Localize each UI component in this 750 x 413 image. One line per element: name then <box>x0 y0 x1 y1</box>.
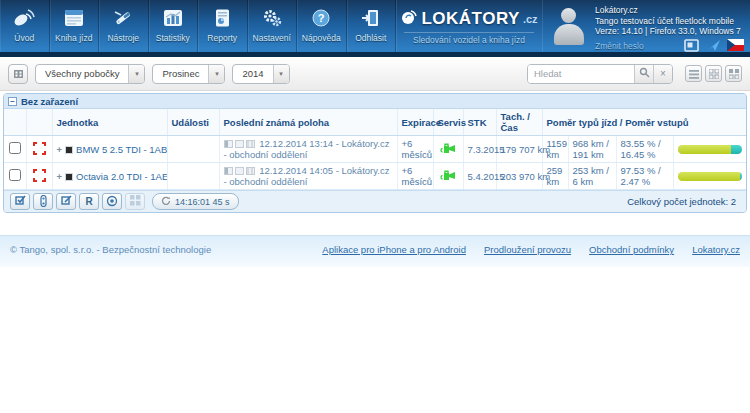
nav-label: Reporty <box>207 33 237 43</box>
nav-item-reporty[interactable]: Reporty <box>198 0 248 52</box>
footer-links: Aplikace pro iPhone a pro Android Prodlo… <box>322 244 740 267</box>
map-icon[interactable] <box>224 167 233 175</box>
satellite-icon <box>12 5 36 31</box>
year-select-value: 2014 <box>233 65 272 83</box>
nav-item-uvod[interactable]: Úvod <box>0 0 50 52</box>
odometer-cell: 179 707 km <box>496 136 542 163</box>
footer-link-lokatory[interactable]: Lokatory.cz <box>692 244 740 267</box>
thumbnail-view-button[interactable] <box>725 65 742 82</box>
nav-item-nastroje[interactable]: Nástroje <box>99 0 149 52</box>
grid-layout-button[interactable] <box>125 193 145 210</box>
ratio-bar <box>678 172 742 181</box>
column-tach[interactable]: Tach. / Čas <box>496 109 542 136</box>
page-footer: © Tango, spol. s.r.o. - Bezpečnostní tec… <box>0 235 750 267</box>
row-checkbox[interactable] <box>9 142 21 154</box>
route-icon[interactable] <box>235 140 244 148</box>
events-cell <box>167 136 219 163</box>
ratio-bar-cell <box>673 163 746 190</box>
route-icon[interactable] <box>235 167 244 175</box>
split-km-cell: 968 km / 191 km <box>568 136 616 163</box>
expand-icon[interactable]: + <box>57 171 63 182</box>
unit-row: +BMW 5 2.5 TDI - 1AB-5361 12.12.2014 13:… <box>4 136 746 163</box>
change-password-link[interactable]: Změnit heslo <box>595 41 644 52</box>
business-ratio-bar <box>678 145 731 154</box>
stk-cell: 5.4.2015 <box>463 163 496 190</box>
nav-label: Odhlásit <box>355 33 386 43</box>
footer-link-renewal[interactable]: Prodloužení provozu <box>484 244 571 267</box>
clear-search-button[interactable]: × <box>653 65 672 83</box>
eye-icon <box>106 195 118 209</box>
group-header: − Bez zařazení <box>4 94 746 109</box>
streetview-icon[interactable] <box>246 167 255 175</box>
nav-label: Kniha jízd <box>55 33 92 43</box>
help-icon: ? <box>311 5 331 31</box>
grid-view-button[interactable] <box>705 65 722 82</box>
nav-item-nastaveni[interactable]: Nastavení <box>248 0 298 52</box>
expiration-cell: +6 měsíců <box>397 136 433 163</box>
avatar <box>550 5 588 47</box>
edit-selection-button[interactable] <box>56 193 76 210</box>
branch-select[interactable]: Všechny pobočky ▾ <box>35 64 145 84</box>
nav-item-kniha-jizd[interactable]: Kniha jízd <box>50 0 100 52</box>
footer-link-terms[interactable]: Obchodní podmínky <box>589 244 674 267</box>
topbar: Úvod Kniha jízd Nástroje Statistiky <box>0 0 750 57</box>
chevron-down-icon: ▾ <box>128 65 144 83</box>
crosshair-icon <box>33 173 46 184</box>
grid-icon <box>130 195 141 208</box>
send-plane-icon[interactable] <box>705 39 722 52</box>
letter-r-icon: R <box>85 196 92 207</box>
watch-button[interactable] <box>102 193 122 210</box>
ratio-cell: 83.55 % / 16.45 % <box>616 136 673 163</box>
column-expiration[interactable]: Expirace <box>397 109 433 136</box>
private-ratio-bar <box>731 145 742 154</box>
search-input[interactable] <box>528 65 634 83</box>
events-cell <box>167 163 219 190</box>
list-view-button[interactable] <box>685 65 702 82</box>
unit-name[interactable]: BMW 5 2.5 TDI - 1AB-5361 <box>76 144 167 155</box>
locate-cell[interactable] <box>26 136 52 163</box>
branch-settings-button[interactable] <box>8 64 28 84</box>
column-events[interactable]: Události <box>167 109 219 136</box>
year-select[interactable]: 2014 ▾ <box>232 64 289 84</box>
expand-icon[interactable]: + <box>57 144 63 155</box>
split-km-cell: 253 km / 6 km <box>568 163 616 190</box>
total-units-label: Celkový počet jednotek: 2 <box>627 196 740 207</box>
map-icon[interactable] <box>224 140 233 148</box>
unit-row: +Octavia 2.0 TDI - 1AE-4120 12.12.2014 1… <box>4 163 746 190</box>
column-ratio[interactable]: Poměr typů jízd / Poměr vstupů <box>542 109 746 136</box>
view-mode-buttons <box>685 65 742 82</box>
search-button[interactable] <box>634 65 653 83</box>
select-all-button[interactable] <box>10 193 30 210</box>
chevron-down-icon: ▾ <box>273 65 289 83</box>
user-account: Tango testovací účet fleetlock mobile <box>595 16 744 27</box>
logout-door-icon <box>360 5 382 31</box>
units-grid: − Bez zařazení Jednotka Události Posledn… <box>3 93 747 213</box>
month-select[interactable]: Prosinec ▾ <box>152 64 225 84</box>
nav-item-napoveda[interactable]: ? Nápověda <box>297 0 347 52</box>
streetview-icon[interactable] <box>246 140 255 148</box>
czech-flag-icon[interactable] <box>727 39 744 52</box>
column-position[interactable]: Poslední známá poloha <box>219 109 397 136</box>
units-slider-button[interactable] <box>33 193 53 210</box>
main-nav: Úvod Kniha jízd Nástroje Statistiky <box>0 0 396 52</box>
nav-item-statistiky[interactable]: Statistiky <box>149 0 199 52</box>
business-ratio-bar <box>678 172 740 181</box>
footer-link-apps[interactable]: Aplikace pro iPhone a pro Android <box>322 244 466 267</box>
user-panel: Lokátory.cz Tango testovací účet fleetlo… <box>542 0 750 52</box>
nav-item-odhlasit[interactable]: Odhlásit <box>347 0 397 52</box>
column-unit[interactable]: Jednotka <box>52 109 167 136</box>
refresh-timer-button[interactable]: 14:16:01 45 s <box>152 193 239 210</box>
collapse-group-icon[interactable]: − <box>8 97 17 106</box>
new-window-icon[interactable] <box>683 39 700 52</box>
copyright-text: © Tango, spol. s.r.o. - Bezpečnostní tec… <box>10 244 211 267</box>
unit-name[interactable]: Octavia 2.0 TDI - 1AE-4120 <box>76 171 167 182</box>
routes-button[interactable]: R <box>79 193 99 210</box>
column-stk[interactable]: STK <box>463 109 496 136</box>
search-group: × <box>527 64 673 84</box>
select-column-header <box>4 109 26 136</box>
oil-can-icon <box>439 145 457 156</box>
row-checkbox[interactable] <box>9 169 21 181</box>
locate-cell[interactable] <box>26 163 52 190</box>
brand-name: LOKÁTORY <box>421 9 519 29</box>
column-service[interactable]: Servis <box>433 109 463 136</box>
